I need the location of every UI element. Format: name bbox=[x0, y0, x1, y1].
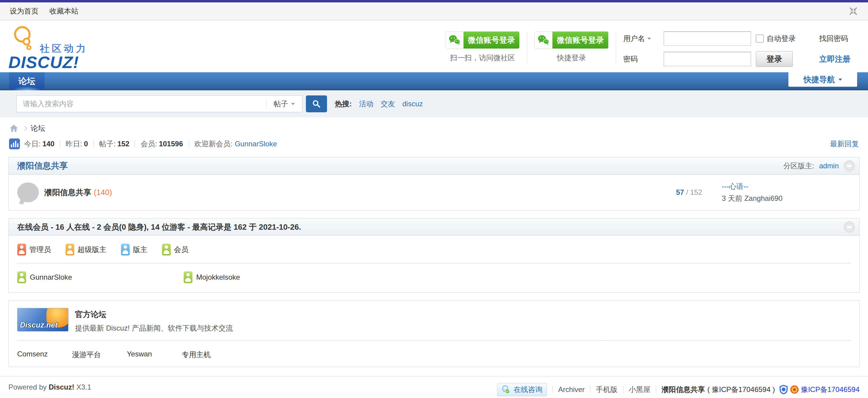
partner-link-hosting[interactable]: 专用主机 bbox=[182, 350, 237, 360]
main-navbar: 论坛 快捷导航 bbox=[0, 72, 868, 90]
password-input[interactable] bbox=[664, 52, 751, 66]
search-scope-label: 帖子 bbox=[274, 99, 288, 109]
username-input[interactable] bbox=[664, 31, 751, 46]
online-member-link[interactable]: GunnarSloke bbox=[30, 273, 72, 281]
stats-bar: 今日:140 昨日:0 帖子:152 会员:101596 欢迎新会员: Gunn… bbox=[9, 138, 859, 149]
footer-badge-icons bbox=[779, 385, 799, 395]
hot-link-activity[interactable]: 活动 bbox=[359, 99, 373, 109]
online-consult-label: 在线咨询 bbox=[514, 385, 542, 394]
stat-divider bbox=[93, 140, 94, 147]
stat-members: 会员:101596 bbox=[141, 139, 183, 149]
breadcrumb: 论坛 bbox=[9, 124, 868, 133]
friend-links-block: Discuz.net 官方论坛 提供最新 Discuz! 产品新闻、软件下载与技… bbox=[8, 300, 860, 367]
wechat-login-button[interactable]: 微信账号登录 bbox=[445, 31, 520, 49]
dotted-divider bbox=[17, 263, 851, 263]
login-button[interactable]: 登录 bbox=[756, 51, 793, 67]
legend-moderator-label: 版主 bbox=[133, 245, 147, 255]
tab-forum[interactable]: 论坛 bbox=[9, 72, 44, 90]
discuz-net-banner[interactable]: Discuz.net bbox=[17, 308, 68, 331]
last-post-title-link[interactable]: ---心语-- bbox=[722, 182, 748, 190]
footer-left: Powered by Discuz! X3.1 © 2001-2013 Coms… bbox=[8, 383, 99, 398]
quick-nav-dropdown[interactable]: 快捷导航 bbox=[788, 72, 857, 87]
stat-divider bbox=[135, 140, 135, 147]
hot-link-discuz[interactable]: discuz bbox=[402, 100, 423, 108]
partner-links: Comsenz 漫游平台 Yeswan 专用主机 bbox=[17, 350, 851, 360]
footer-divider bbox=[623, 386, 623, 393]
official-forum-link[interactable]: Discuz.net 官方论坛 提供最新 Discuz! 产品新闻、软件下载与技… bbox=[17, 308, 851, 333]
site-logo[interactable]: 社区动力 DISCUZ! bbox=[8, 25, 105, 73]
partner-link-yeswan[interactable]: Yeswan bbox=[127, 350, 182, 360]
legend-super-moderator: 超级版主 bbox=[65, 243, 106, 256]
thread-count: 57 bbox=[676, 188, 684, 196]
wechat-login-group-quick: 微信账号登录 快捷登录 bbox=[534, 31, 609, 63]
hot-search: 热搜: 活动 交友 discuz bbox=[335, 99, 423, 109]
collapse-online-button[interactable] bbox=[844, 221, 855, 233]
forum-avatar-icon[interactable] bbox=[17, 183, 39, 202]
forgot-password-link[interactable]: 找回密码 bbox=[819, 34, 860, 43]
home-icon[interactable] bbox=[9, 124, 19, 133]
wechat-quick-login-label: 微信账号登录 bbox=[553, 32, 608, 48]
online-header: 在线会员 - 16 人在线 - 2 会员(0 隐身), 14 位游客 - 最高记… bbox=[9, 219, 859, 236]
footer-brand: Discuz! bbox=[49, 383, 74, 391]
site-header: 社区动力 DISCUZ! 微信账号登录 bbox=[0, 21, 868, 72]
security-shield-icon bbox=[779, 385, 788, 395]
forum-row: 濮阳信息共享(140) 57 / 152 ---心语-- 3 天前 Zangha… bbox=[9, 175, 859, 210]
search-button[interactable] bbox=[306, 95, 327, 112]
logo-bubble-icon bbox=[13, 26, 34, 54]
mobile-version-link[interactable]: 手机版 bbox=[596, 385, 618, 394]
auto-login-label: 自动登录 bbox=[767, 34, 796, 43]
register-link[interactable]: 立即注册 bbox=[819, 54, 860, 64]
icp-record-link[interactable]: 豫ICP备17046594 bbox=[801, 385, 860, 394]
member-badge-icon bbox=[17, 271, 26, 283]
forum-today-count: (140) bbox=[94, 188, 112, 197]
stat-divider bbox=[188, 140, 189, 147]
online-header-right bbox=[844, 221, 855, 233]
partner-link-manyou[interactable]: 漫游平台 bbox=[72, 350, 127, 360]
newest-member-link[interactable]: GunnarSloke bbox=[235, 140, 277, 148]
set-homepage-link[interactable]: 设为首页 bbox=[10, 6, 38, 16]
archiver-link[interactable]: Archiver bbox=[558, 385, 585, 394]
category-title[interactable]: 濮阳信息共享 bbox=[17, 160, 68, 172]
powered-by-line: Powered by Discuz! X3.1 bbox=[8, 383, 99, 391]
auto-login-checkbox[interactable] bbox=[756, 35, 764, 42]
latest-reply-link[interactable]: 最新回复 bbox=[830, 139, 859, 149]
breadcrumb-current[interactable]: 论坛 bbox=[31, 124, 45, 133]
search-scope-dropdown[interactable]: 帖子 bbox=[266, 98, 302, 109]
super-moderator-badge-icon bbox=[65, 243, 74, 256]
post-count: 152 bbox=[690, 188, 702, 196]
stats-chart-icon[interactable] bbox=[9, 138, 20, 149]
dotted-divider bbox=[17, 340, 851, 341]
moderator-link[interactable]: admin bbox=[819, 162, 839, 170]
darkroom-link[interactable]: 小黑屋 bbox=[629, 385, 650, 394]
search-input[interactable] bbox=[17, 100, 266, 108]
last-post-meta: 3 天前 Zanghai690 bbox=[722, 194, 782, 202]
wechat-login-group-scan: 微信账号登录 扫一扫，访问微社区 bbox=[445, 31, 520, 63]
logo-brand: DISCUZ! bbox=[8, 53, 79, 72]
collapse-category-button[interactable] bbox=[844, 160, 855, 172]
online-member-link[interactable]: Mojokkelsoke bbox=[196, 273, 240, 281]
collapse-window-icon[interactable] bbox=[847, 5, 859, 17]
legend-moderator: 版主 bbox=[121, 243, 147, 256]
count-separator: / bbox=[686, 188, 688, 196]
official-forum-title[interactable]: 官方论坛 bbox=[75, 309, 233, 320]
header-divider bbox=[616, 32, 616, 63]
quick-nav-label: 快捷导航 bbox=[804, 74, 835, 85]
footer-company: Comsenz Inc. bbox=[53, 397, 99, 398]
list-item: GunnarSloke bbox=[17, 271, 184, 283]
wechat-quick-login-button[interactable]: 微信账号登录 bbox=[534, 31, 609, 49]
official-forum-texts: 官方论坛 提供最新 Discuz! 产品新闻、软件下载与技术交流 bbox=[75, 308, 233, 333]
chevron-down-icon bbox=[291, 103, 295, 107]
page-footer: Powered by Discuz! X3.1 © 2001-2013 Coms… bbox=[0, 376, 868, 398]
member-badge-icon bbox=[184, 271, 193, 283]
forum-name-link[interactable]: 濮阳信息共享(140) bbox=[44, 187, 112, 198]
online-consult-button[interactable]: 在线咨询 bbox=[497, 383, 547, 396]
bookmark-site-link[interactable]: 收藏本站 bbox=[50, 6, 79, 16]
login-button-cell: 登录 bbox=[756, 51, 814, 67]
partner-link-comsenz[interactable]: Comsenz bbox=[17, 350, 72, 360]
footer-icp-text: ( 豫ICP备17046594 ) bbox=[707, 385, 775, 394]
footer-right: 在线咨询 Archiver 手机版 小黑屋 濮阳信息共享 ( 豫ICP备1704… bbox=[497, 383, 860, 398]
wechat-icon bbox=[446, 32, 464, 48]
hot-link-friends[interactable]: 交友 bbox=[381, 99, 395, 109]
username-label-wrap[interactable]: 用户名 bbox=[623, 34, 659, 43]
online-members-block: 在线会员 - 16 人在线 - 2 会员(0 隐身), 14 位游客 - 最高记… bbox=[8, 218, 860, 293]
